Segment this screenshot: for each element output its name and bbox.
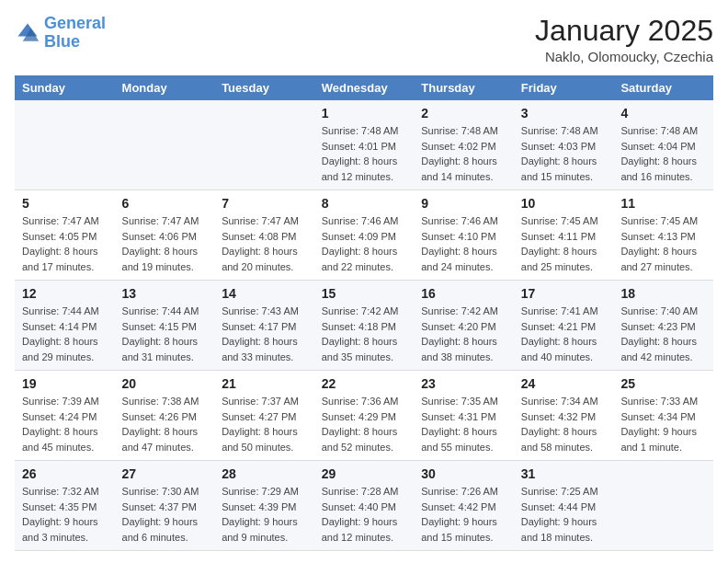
day-info: Sunrise: 7:42 AMSunset: 4:18 PMDaylight:… bbox=[322, 304, 407, 364]
calendar-cell: 3Sunrise: 7:48 AMSunset: 4:03 PMDaylight… bbox=[514, 100, 614, 190]
day-number: 20 bbox=[122, 376, 208, 391]
day-number: 2 bbox=[421, 106, 506, 121]
weekday-header-saturday: Saturday bbox=[613, 75, 713, 100]
day-info: Sunrise: 7:36 AMSunset: 4:29 PMDaylight:… bbox=[322, 394, 407, 454]
day-number: 6 bbox=[122, 196, 208, 211]
day-info: Sunrise: 7:44 AMSunset: 4:15 PMDaylight:… bbox=[122, 304, 208, 364]
calendar-cell: 21Sunrise: 7:37 AMSunset: 4:27 PMDayligh… bbox=[214, 371, 314, 461]
day-info: Sunrise: 7:28 AMSunset: 4:40 PMDaylight:… bbox=[322, 484, 407, 545]
week-row-4: 19Sunrise: 7:39 AMSunset: 4:24 PMDayligh… bbox=[15, 371, 713, 461]
day-info: Sunrise: 7:48 AMSunset: 4:04 PMDaylight:… bbox=[620, 123, 706, 184]
calendar-cell: 8Sunrise: 7:46 AMSunset: 4:09 PMDaylight… bbox=[314, 190, 415, 281]
calendar-cell bbox=[214, 100, 314, 190]
calendar-cell: 2Sunrise: 7:48 AMSunset: 4:02 PMDaylight… bbox=[414, 100, 514, 190]
day-number: 23 bbox=[421, 376, 506, 391]
calendar-cell: 22Sunrise: 7:36 AMSunset: 4:29 PMDayligh… bbox=[314, 371, 415, 461]
day-info: Sunrise: 7:30 AMSunset: 4:37 PMDaylight:… bbox=[122, 484, 208, 545]
day-number: 1 bbox=[322, 106, 407, 121]
day-number: 10 bbox=[521, 196, 607, 211]
weekday-header-row: SundayMondayTuesdayWednesdayThursdayFrid… bbox=[15, 75, 713, 100]
day-info: Sunrise: 7:33 AMSunset: 4:34 PMDaylight:… bbox=[620, 394, 706, 454]
calendar-cell: 4Sunrise: 7:48 AMSunset: 4:04 PMDaylight… bbox=[613, 100, 713, 190]
calendar-cell: 9Sunrise: 7:46 AMSunset: 4:10 PMDaylight… bbox=[414, 190, 514, 281]
page-header: General Blue January 2025 Naklo, Olomouc… bbox=[15, 15, 713, 64]
logo-text: General Blue bbox=[44, 15, 106, 52]
calendar-cell: 11Sunrise: 7:45 AMSunset: 4:13 PMDayligh… bbox=[613, 190, 713, 281]
weekday-header-tuesday: Tuesday bbox=[214, 75, 314, 100]
weekday-header-wednesday: Wednesday bbox=[314, 75, 415, 100]
weekday-header-friday: Friday bbox=[514, 75, 614, 100]
day-number: 18 bbox=[620, 286, 706, 301]
day-number: 7 bbox=[222, 196, 307, 211]
calendar-cell: 6Sunrise: 7:47 AMSunset: 4:06 PMDaylight… bbox=[115, 190, 215, 281]
calendar-cell: 5Sunrise: 7:47 AMSunset: 4:05 PMDaylight… bbox=[15, 190, 115, 281]
day-info: Sunrise: 7:45 AMSunset: 4:11 PMDaylight:… bbox=[521, 213, 607, 274]
calendar-cell: 20Sunrise: 7:38 AMSunset: 4:26 PMDayligh… bbox=[115, 371, 215, 461]
day-info: Sunrise: 7:48 AMSunset: 4:02 PMDaylight:… bbox=[421, 123, 506, 184]
calendar-cell: 16Sunrise: 7:42 AMSunset: 4:20 PMDayligh… bbox=[414, 281, 514, 371]
logo-icon bbox=[15, 20, 40, 46]
title-block: January 2025 Naklo, Olomoucky, Czechia bbox=[535, 15, 713, 64]
day-number: 24 bbox=[521, 376, 607, 391]
day-number: 13 bbox=[122, 286, 208, 301]
day-number: 25 bbox=[620, 376, 706, 391]
calendar-cell: 13Sunrise: 7:44 AMSunset: 4:15 PMDayligh… bbox=[115, 281, 215, 371]
day-number: 3 bbox=[521, 106, 607, 121]
calendar-cell: 23Sunrise: 7:35 AMSunset: 4:31 PMDayligh… bbox=[414, 371, 514, 461]
day-info: Sunrise: 7:32 AMSunset: 4:35 PMDaylight:… bbox=[22, 484, 108, 545]
calendar-cell: 30Sunrise: 7:26 AMSunset: 4:42 PMDayligh… bbox=[414, 461, 514, 551]
day-number: 11 bbox=[620, 196, 706, 211]
calendar-cell: 14Sunrise: 7:43 AMSunset: 4:17 PMDayligh… bbox=[214, 281, 314, 371]
calendar-cell: 28Sunrise: 7:29 AMSunset: 4:39 PMDayligh… bbox=[214, 461, 314, 551]
day-info: Sunrise: 7:39 AMSunset: 4:24 PMDaylight:… bbox=[22, 394, 108, 454]
day-number: 30 bbox=[421, 466, 506, 481]
day-info: Sunrise: 7:42 AMSunset: 4:20 PMDaylight:… bbox=[421, 304, 506, 364]
day-info: Sunrise: 7:47 AMSunset: 4:08 PMDaylight:… bbox=[222, 213, 307, 274]
calendar-table: SundayMondayTuesdayWednesdayThursdayFrid… bbox=[15, 75, 713, 551]
calendar-cell: 27Sunrise: 7:30 AMSunset: 4:37 PMDayligh… bbox=[115, 461, 215, 551]
day-number: 5 bbox=[22, 196, 108, 211]
day-info: Sunrise: 7:38 AMSunset: 4:26 PMDaylight:… bbox=[122, 394, 208, 454]
day-info: Sunrise: 7:48 AMSunset: 4:01 PMDaylight:… bbox=[322, 123, 407, 184]
day-number: 22 bbox=[322, 376, 407, 391]
calendar-cell: 7Sunrise: 7:47 AMSunset: 4:08 PMDaylight… bbox=[214, 190, 314, 281]
weekday-header-thursday: Thursday bbox=[414, 75, 514, 100]
day-number: 17 bbox=[521, 286, 607, 301]
calendar-cell: 24Sunrise: 7:34 AMSunset: 4:32 PMDayligh… bbox=[514, 371, 614, 461]
day-info: Sunrise: 7:48 AMSunset: 4:03 PMDaylight:… bbox=[521, 123, 607, 184]
location: Naklo, Olomoucky, Czechia bbox=[535, 49, 713, 64]
day-number: 14 bbox=[222, 286, 307, 301]
day-info: Sunrise: 7:37 AMSunset: 4:27 PMDaylight:… bbox=[222, 394, 307, 454]
day-info: Sunrise: 7:44 AMSunset: 4:14 PMDaylight:… bbox=[22, 304, 108, 364]
day-number: 19 bbox=[22, 376, 108, 391]
day-number: 28 bbox=[222, 466, 307, 481]
week-row-2: 5Sunrise: 7:47 AMSunset: 4:05 PMDaylight… bbox=[15, 190, 713, 281]
calendar-cell: 25Sunrise: 7:33 AMSunset: 4:34 PMDayligh… bbox=[613, 371, 713, 461]
calendar-cell: 15Sunrise: 7:42 AMSunset: 4:18 PMDayligh… bbox=[314, 281, 415, 371]
weekday-header-monday: Monday bbox=[115, 75, 215, 100]
logo-general: General bbox=[44, 14, 106, 32]
calendar-cell: 19Sunrise: 7:39 AMSunset: 4:24 PMDayligh… bbox=[15, 371, 115, 461]
calendar-cell bbox=[115, 100, 215, 190]
day-number: 4 bbox=[620, 106, 706, 121]
logo: General Blue bbox=[15, 15, 106, 52]
day-info: Sunrise: 7:26 AMSunset: 4:42 PMDaylight:… bbox=[421, 484, 506, 545]
day-number: 29 bbox=[322, 466, 407, 481]
day-info: Sunrise: 7:46 AMSunset: 4:09 PMDaylight:… bbox=[322, 213, 407, 274]
calendar-cell: 29Sunrise: 7:28 AMSunset: 4:40 PMDayligh… bbox=[314, 461, 415, 551]
day-info: Sunrise: 7:40 AMSunset: 4:23 PMDaylight:… bbox=[620, 304, 706, 364]
calendar-cell: 31Sunrise: 7:25 AMSunset: 4:44 PMDayligh… bbox=[514, 461, 614, 551]
day-info: Sunrise: 7:29 AMSunset: 4:39 PMDaylight:… bbox=[222, 484, 307, 545]
calendar-cell: 18Sunrise: 7:40 AMSunset: 4:23 PMDayligh… bbox=[613, 281, 713, 371]
day-info: Sunrise: 7:47 AMSunset: 4:05 PMDaylight:… bbox=[22, 213, 108, 274]
day-info: Sunrise: 7:35 AMSunset: 4:31 PMDaylight:… bbox=[421, 394, 506, 454]
day-number: 27 bbox=[122, 466, 208, 481]
day-info: Sunrise: 7:41 AMSunset: 4:21 PMDaylight:… bbox=[521, 304, 607, 364]
calendar-cell bbox=[613, 461, 713, 551]
calendar-cell: 12Sunrise: 7:44 AMSunset: 4:14 PMDayligh… bbox=[15, 281, 115, 371]
day-info: Sunrise: 7:25 AMSunset: 4:44 PMDaylight:… bbox=[521, 484, 607, 545]
weekday-header-sunday: Sunday bbox=[15, 75, 115, 100]
day-info: Sunrise: 7:45 AMSunset: 4:13 PMDaylight:… bbox=[620, 213, 706, 274]
day-info: Sunrise: 7:34 AMSunset: 4:32 PMDaylight:… bbox=[521, 394, 607, 454]
day-number: 12 bbox=[22, 286, 108, 301]
